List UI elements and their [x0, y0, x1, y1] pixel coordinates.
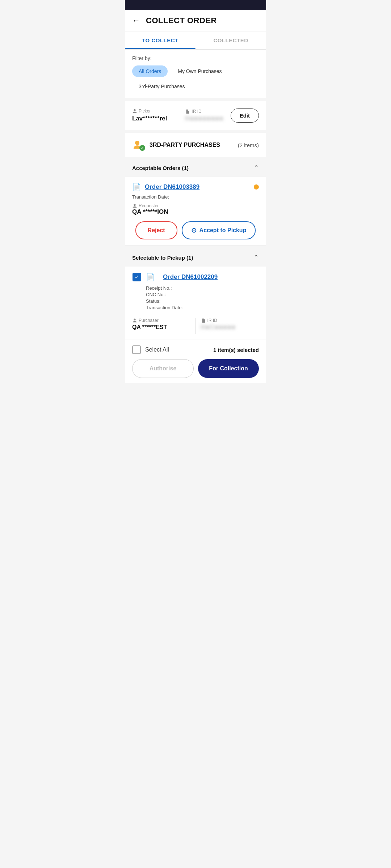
- svg-point-0: [135, 141, 139, 145]
- order-card-1: 📄 Order DN61003389 Transaction Date: Req…: [125, 177, 266, 246]
- back-button[interactable]: ←: [132, 16, 140, 25]
- order-transaction-date: Transaction Date:: [132, 194, 259, 200]
- status-row: Status:: [132, 298, 259, 304]
- ir-id-value: H■■■■■■■■: [185, 115, 226, 122]
- chip-my-own[interactable]: My Own Purchases: [171, 65, 228, 77]
- requester-name: QA ******ION: [132, 208, 259, 216]
- requester-person-icon: [132, 203, 137, 208]
- picker-info: Picker Lav*******rel: [132, 109, 173, 122]
- purchaser-ir-divider: [196, 318, 196, 334]
- party-header-row: ✓ 3RD-PARTY PURCHASES (2 items): [125, 133, 266, 157]
- cnc-no-row: CNC No.:: [132, 292, 259, 297]
- party-section: ✓ 3RD-PARTY PURCHASES (2 items): [125, 133, 266, 157]
- checkbox-checked-icon: ✓: [133, 273, 141, 281]
- reject-button[interactable]: Reject: [135, 221, 177, 239]
- selectable-section: Selectable to Pickup (1) ⌃ ✓ 📄 Order DN6…: [125, 248, 266, 340]
- select-all-row: Select All 1 item(s) selected: [132, 345, 259, 354]
- filter-label: Filter by:: [132, 55, 259, 61]
- action-buttons: Reject ⊙ Accept to Pickup: [132, 221, 259, 239]
- authorise-button[interactable]: Authorise: [132, 359, 194, 378]
- ir-sub2-label: IR ID: [201, 318, 259, 323]
- edit-button[interactable]: Edit: [231, 109, 259, 123]
- order-doc-icon: 📄: [132, 183, 141, 191]
- selectable-order-top: ✓ 📄 Order DN61002209: [132, 272, 259, 282]
- ir-id-value-2: H■C■■■■■: [201, 324, 259, 331]
- items-count: (2 items): [238, 142, 259, 148]
- tab-bar: TO COLLECT COLLECTED: [125, 31, 266, 50]
- ir-col: IR ID H■C■■■■■: [201, 318, 259, 331]
- person-icon: [132, 109, 137, 114]
- selectable-chevron-up-icon: ⌃: [253, 254, 259, 261]
- purchaser-person-icon: [132, 318, 137, 323]
- party-badge-icon: ✓: [132, 139, 145, 152]
- footer-bar: Select All 1 item(s) selected Authorise …: [125, 340, 266, 383]
- page-title: COLLECT ORDER: [146, 16, 217, 25]
- accept-to-pickup-button[interactable]: ⊙ Accept to Pickup: [182, 221, 256, 239]
- purchaser-name: QA ******EST: [132, 324, 190, 331]
- picker-name: Lav*******rel: [132, 115, 173, 122]
- chip-3rd-party[interactable]: 3rd-Party Purchases: [132, 81, 192, 92]
- tab-to-collect[interactable]: TO COLLECT: [125, 31, 196, 49]
- transaction-date-row: Transaction Date:: [132, 305, 259, 310]
- party-icon: ✓: [132, 139, 145, 152]
- ir-info: IR ID H■■■■■■■■: [185, 109, 226, 122]
- select-all-label: Select All: [145, 346, 169, 353]
- status-bar: [125, 0, 266, 10]
- select-all-left[interactable]: Select All: [132, 345, 169, 354]
- picker-row: Picker Lav*******rel IR ID H■■■■■■■■ Edi…: [125, 101, 266, 130]
- party-section-title: 3RD-PARTY PURCHASES: [150, 142, 234, 148]
- order-top-row: 📄 Order DN61003389: [132, 183, 259, 191]
- requester-sub-label: Requester: [132, 203, 259, 208]
- accept-circle-icon: ⊙: [191, 226, 197, 234]
- picker-sub-label: Picker: [132, 109, 173, 114]
- header: ← COLLECT ORDER: [125, 10, 266, 31]
- chevron-up-icon: ⌃: [253, 164, 259, 172]
- purchaser-ir-row: Purchaser QA ******EST IR ID H■C■■■■■: [132, 314, 259, 334]
- for-collection-button[interactable]: For Collection: [198, 359, 259, 378]
- receipt-no-row: Receipt No.:: [132, 285, 259, 291]
- items-selected-count: 1 item(s) selected: [213, 347, 259, 353]
- selectable-order-doc-icon: 📄: [146, 273, 155, 281]
- selectable-orders-header[interactable]: Selectable to Pickup (1) ⌃: [125, 248, 266, 267]
- vertical-divider: [179, 107, 179, 124]
- selectable-order-card-1: ✓ 📄 Order DN61002209 Receipt No.: CNC No…: [125, 267, 266, 340]
- selectable-orders-title: Selectable to Pickup (1): [132, 255, 253, 261]
- filter-chips: All Orders My Own Purchases 3rd-Party Pu…: [132, 65, 259, 92]
- svg-text:✓: ✓: [141, 146, 144, 150]
- ir-doc-icon: [201, 318, 206, 323]
- filter-section: Filter by: All Orders My Own Purchases 3…: [125, 50, 266, 98]
- document-icon: [185, 109, 190, 114]
- ir-sub-label: IR ID: [185, 109, 226, 114]
- order-id-1[interactable]: Order DN61003389: [145, 183, 254, 191]
- select-all-checkbox[interactable]: [132, 345, 141, 354]
- requester-row: Requester QA ******ION: [132, 203, 259, 216]
- acceptable-orders-header[interactable]: Acceptable Orders (1) ⌃: [125, 159, 266, 177]
- chip-all-orders[interactable]: All Orders: [132, 65, 168, 77]
- tab-collected[interactable]: COLLECTED: [196, 31, 266, 49]
- acceptable-orders-title: Acceptable Orders (1): [132, 165, 253, 171]
- purchaser-sub-label: Purchaser: [132, 318, 190, 323]
- status-dot-yellow: [254, 184, 259, 190]
- order-checkbox-1[interactable]: ✓: [132, 272, 142, 282]
- purchaser-col: Purchaser QA ******EST: [132, 318, 190, 331]
- acceptable-orders-section: Acceptable Orders (1) ⌃ 📄 Order DN610033…: [125, 159, 266, 246]
- selectable-order-id[interactable]: Order DN61002209: [163, 273, 259, 281]
- footer-buttons: Authorise For Collection: [132, 359, 259, 378]
